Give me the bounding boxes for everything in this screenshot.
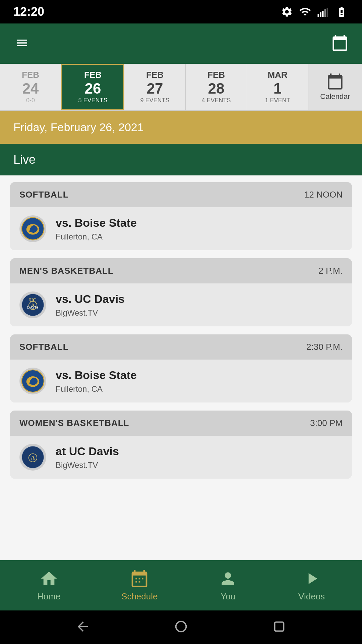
event-card-header-womens-bball: WOMEN'S BASKETBALL 3:00 PM	[10, 411, 352, 436]
event-card-header-mens-bball: MEN'S BASKETBALL 2 P.M.	[10, 258, 352, 283]
nav-home-label: Home	[37, 591, 60, 602]
svg-rect-1	[320, 12, 321, 17]
events-list: SOFTBALL 12 NOON vs. Boise State Fullert…	[0, 175, 362, 560]
team-logo-boise-2	[19, 368, 46, 394]
team-logo-ucdavis-2: A	[19, 444, 46, 471]
signal-icon	[317, 6, 329, 18]
android-nav-bar	[0, 610, 362, 644]
event-card-womens-bball[interactable]: WOMEN'S BASKETBALL 3:00 PM A at UC Davis…	[10, 411, 352, 479]
status-bar: 12:20	[0, 0, 362, 23]
battery-icon	[335, 6, 349, 18]
date-tab-mar1[interactable]: MAR 1 1 EVENT	[247, 64, 308, 110]
event-location-womens-bball: BigWest.TV	[56, 461, 119, 470]
tab-day-feb28: 28	[208, 80, 225, 97]
event-opponent-mens-bball: vs. UC Davis	[56, 292, 125, 306]
svg-rect-23	[139, 581, 140, 583]
svg-rect-4	[327, 8, 328, 17]
svg-point-15	[34, 378, 36, 380]
tab-month-feb26: FEB	[84, 70, 102, 80]
date-header-text: Friday, February 26, 2021	[13, 121, 144, 133]
event-card-softball-2[interactable]: SOFTBALL 2:30 P.M. vs. Boise State Fulle…	[10, 334, 352, 402]
event-sport-softball-2: SOFTBALL	[19, 342, 69, 352]
event-details-womens-bball: at UC Davis BigWest.TV	[56, 445, 119, 470]
date-tab-feb24[interactable]: FEB 24 0-0	[0, 64, 61, 110]
calendar-header-button[interactable]	[331, 34, 349, 53]
status-icons	[281, 6, 349, 18]
svg-text:A: A	[31, 302, 35, 309]
live-section-header: Live	[0, 144, 362, 175]
svg-rect-19	[136, 578, 137, 579]
status-time: 12:20	[13, 5, 44, 19]
date-tab-feb26[interactable]: FEB 26 5 EVENTS	[61, 64, 124, 110]
svg-rect-20	[139, 578, 140, 579]
date-tabs-container: FEB 24 0-0 FEB 26 5 EVENTS FEB 27 9 EVEN…	[0, 64, 362, 111]
svg-rect-3	[324, 9, 326, 17]
event-card-header-softball-1: SOFTBALL 12 NOON	[10, 182, 352, 207]
nav-you[interactable]: You	[219, 569, 237, 602]
event-sport-womens-bball: WOMEN'S BASKETBALL	[19, 418, 129, 428]
team-logo-boise-1	[19, 215, 46, 242]
wifi-icon	[298, 6, 312, 18]
hamburger-menu-button[interactable]	[13, 36, 31, 51]
event-opponent-womens-bball: at UC Davis	[56, 445, 119, 458]
event-opponent-softball-1: vs. Boise State	[56, 216, 137, 229]
nav-schedule[interactable]: Schedule	[121, 569, 158, 602]
svg-text:A: A	[31, 454, 35, 461]
event-time-softball-2: 2:30 P.M.	[306, 342, 343, 352]
event-time-mens-bball: 2 P.M.	[318, 266, 343, 276]
svg-rect-25	[275, 622, 284, 631]
tab-month-feb24: FEB	[22, 70, 39, 80]
event-card-body-womens-bball: A at UC Davis BigWest.TV	[10, 436, 352, 479]
home-button[interactable]	[173, 619, 189, 636]
svg-point-24	[176, 622, 186, 632]
date-tab-feb28[interactable]: FEB 28 4 EVENTS	[186, 64, 247, 110]
event-time-womens-bball: 3:00 PM	[310, 418, 343, 428]
event-card-body-mens-bball: UC DAVIS A vs. UC Davis BigWest.TV	[10, 283, 352, 326]
event-details-softball-1: vs. Boise State Fullerton, CA	[56, 216, 137, 241]
tab-day-feb27: 27	[147, 80, 163, 97]
tab-day-feb26: 26	[85, 80, 101, 97]
calendar-tab-label: Calendar	[320, 92, 350, 101]
date-tab-feb27[interactable]: FEB 27 9 EVENTS	[124, 64, 186, 110]
tab-day-mar1: 1	[274, 80, 282, 97]
home-icon	[40, 569, 58, 588]
svg-rect-2	[322, 11, 324, 17]
schedule-icon	[130, 569, 149, 588]
event-card-body-softball-1: vs. Boise State Fullerton, CA	[10, 207, 352, 250]
date-header: Friday, February 26, 2021	[0, 111, 362, 144]
tab-events-feb28: 4 EVENTS	[201, 97, 231, 104]
event-details-mens-bball: vs. UC Davis BigWest.TV	[56, 292, 125, 318]
event-sport-mens-bball: MEN'S BASKETBALL	[19, 266, 114, 276]
event-card-body-softball-2: vs. Boise State Fullerton, CA	[10, 360, 352, 402]
event-card-mens-bball[interactable]: MEN'S BASKETBALL 2 P.M. UC DAVIS A vs. U…	[10, 258, 352, 326]
svg-rect-0	[318, 14, 319, 17]
event-sport-softball-1: SOFTBALL	[19, 190, 69, 200]
svg-point-7	[34, 226, 36, 228]
svg-rect-22	[136, 581, 137, 583]
recent-button[interactable]	[272, 619, 287, 636]
event-location-softball-1: Fullerton, CA	[56, 232, 137, 241]
back-button[interactable]	[75, 619, 90, 636]
tab-events-feb27: 9 EVENTS	[140, 97, 169, 104]
event-location-softball-2: Fullerton, CA	[56, 384, 137, 394]
tab-month-mar1: MAR	[267, 70, 287, 80]
app-header	[0, 23, 362, 64]
nav-you-label: You	[221, 591, 235, 602]
event-time-softball-1: 12 NOON	[304, 190, 343, 200]
tab-events-mar1: 1 EVENT	[265, 97, 290, 104]
live-label: Live	[13, 153, 36, 166]
bottom-nav: Home Schedule You Videos	[0, 560, 362, 610]
nav-videos[interactable]: Videos	[298, 569, 325, 602]
tab-events-feb24: 0-0	[26, 97, 35, 104]
tab-day-feb24: 24	[22, 80, 39, 97]
event-card-softball-1[interactable]: SOFTBALL 12 NOON vs. Boise State Fullert…	[10, 182, 352, 250]
gear-icon	[281, 6, 293, 18]
event-card-header-softball-2: SOFTBALL 2:30 P.M.	[10, 334, 352, 360]
team-logo-ucdavis-1: UC DAVIS A	[19, 291, 46, 318]
nav-home[interactable]: Home	[37, 569, 60, 602]
svg-rect-21	[142, 578, 143, 579]
tab-events-feb26: 5 EVENTS	[78, 97, 107, 104]
nav-schedule-label: Schedule	[121, 591, 158, 602]
calendar-tab-button[interactable]: Calendar	[308, 64, 362, 110]
event-location-mens-bball: BigWest.TV	[56, 308, 125, 318]
